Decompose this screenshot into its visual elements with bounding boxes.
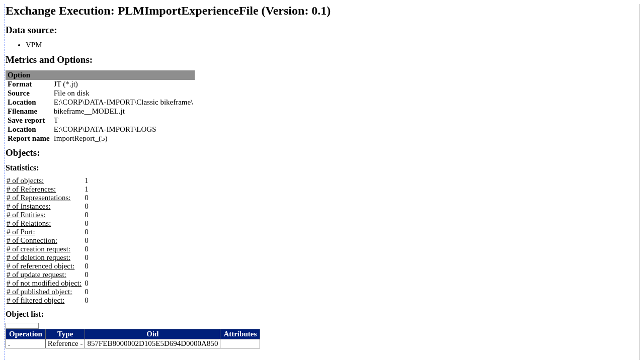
stat-value: 0 xyxy=(84,279,91,288)
options-table: Option Format JT (*.jt) Source File on d… xyxy=(6,70,195,143)
stat-row: # of Connection:0 xyxy=(6,236,91,245)
option-label: Filename xyxy=(6,107,52,116)
stat-value: 0 xyxy=(84,262,91,270)
option-label: Report name xyxy=(6,134,52,143)
objectlist-header-oid: Oid xyxy=(85,329,220,339)
stat-row: # of Relations:0 xyxy=(6,219,91,228)
stat-row: # of Representations:0 xyxy=(6,194,91,202)
stat-row: # of Entities:0 xyxy=(6,211,91,219)
options-row: Format JT (*.jt) xyxy=(6,80,195,89)
option-value: File on disk xyxy=(52,89,195,98)
stat-value: 0 xyxy=(84,228,91,236)
data-source-list: VPM xyxy=(6,41,639,49)
stat-value: 0 xyxy=(84,253,91,262)
option-value: ImportReport_(5) xyxy=(52,134,195,143)
option-label: Location xyxy=(6,125,52,134)
option-value: bikeframe__MODEL.jt xyxy=(52,107,195,116)
stat-value: 0 xyxy=(84,296,91,305)
stat-label: # of objects: xyxy=(6,176,84,185)
stat-label: # of creation request: xyxy=(6,245,84,253)
options-row: Source File on disk xyxy=(6,89,195,98)
page-title: Exchange Execution: PLMImportExperienceF… xyxy=(6,4,639,18)
stat-value: 0 xyxy=(84,270,91,279)
objectlist-cell-type: Reference - xyxy=(45,339,85,348)
objectlist-row: . Reference - 857FEB8000002D105E5D694D00… xyxy=(6,339,260,348)
option-label: Format xyxy=(6,80,52,89)
stat-row: # of References:1 xyxy=(6,185,91,194)
stat-row: # of referenced object:0 xyxy=(6,262,91,270)
objects-heading: Objects: xyxy=(6,147,639,158)
stat-label: # of References: xyxy=(6,185,84,194)
objectlist-cell-attributes xyxy=(220,339,260,348)
options-row: Save report T xyxy=(6,116,195,125)
statistics-heading: Statistics: xyxy=(6,163,639,172)
stat-row: # of update request:0 xyxy=(6,270,91,279)
stat-row: # of creation request:0 xyxy=(6,245,91,253)
stat-label: # of not modified object: xyxy=(6,279,84,288)
stat-row: # of Port:0 xyxy=(6,228,91,236)
option-value: JT (*.jt) xyxy=(52,80,195,89)
stat-row: # of not modified object:0 xyxy=(6,279,91,288)
stat-label: # of referenced object: xyxy=(6,262,84,270)
objectlist-header-type: Type xyxy=(45,329,85,339)
options-row: Location E:\CORP\DATA-IMPORT\Classic bik… xyxy=(6,98,195,107)
stat-label: # of Connection: xyxy=(6,236,84,245)
option-value: E:\CORP\DATA-IMPORT\LOGS xyxy=(52,125,195,134)
option-label: Location xyxy=(6,98,52,107)
stat-value: 0 xyxy=(84,219,91,228)
stat-value: 0 xyxy=(84,194,91,202)
option-value: T xyxy=(52,116,195,125)
stat-label: # of deletion request: xyxy=(6,253,84,262)
data-source-item: VPM xyxy=(26,41,639,49)
option-value: E:\CORP\DATA-IMPORT\Classic bikeframe\ xyxy=(52,98,195,107)
stat-label: # of Entities: xyxy=(6,211,84,219)
option-label: Source xyxy=(6,89,52,98)
stat-row: # of Instances:0 xyxy=(6,202,91,211)
stat-value: 0 xyxy=(84,236,91,245)
stat-label: # of published object: xyxy=(6,288,84,296)
stat-value: 1 xyxy=(84,176,91,185)
options-row: Filename bikeframe__MODEL.jt xyxy=(6,107,195,116)
objectlist-spacer xyxy=(6,323,39,329)
options-row: Report name ImportReport_(5) xyxy=(6,134,195,143)
stat-value: 0 xyxy=(84,202,91,211)
stat-label: # of Port: xyxy=(6,228,84,236)
stat-label: # of update request: xyxy=(6,270,84,279)
stat-value: 1 xyxy=(84,185,91,194)
objectlist-cell-oid: 857FEB8000002D105E5D694D0000A850 xyxy=(85,339,220,348)
stat-value: 0 xyxy=(84,245,91,253)
data-source-heading: Data source: xyxy=(6,25,639,36)
stat-label: # of Instances: xyxy=(6,202,84,211)
options-row: Location E:\CORP\DATA-IMPORT\LOGS xyxy=(6,125,195,134)
stat-row: # of published object:0 xyxy=(6,288,91,296)
stat-row: # of filtered object:0 xyxy=(6,296,91,305)
objectlist-cell-operation: . xyxy=(6,339,46,348)
stat-label: # of filtered object: xyxy=(6,296,84,305)
stat-label: # of Representations: xyxy=(6,194,84,202)
objectlist-heading: Object list: xyxy=(6,310,639,319)
metrics-heading: Metrics and Options: xyxy=(6,54,639,65)
objectlist-header-attributes: Attributes xyxy=(220,329,260,339)
stat-label: # of Relations: xyxy=(6,219,84,228)
objectlist-table: Operation Type Oid Attributes . Referenc… xyxy=(6,329,260,348)
stat-value: 0 xyxy=(84,211,91,219)
statistics-table: # of objects:1 # of References:1 # of Re… xyxy=(6,176,91,305)
options-header: Option xyxy=(6,70,195,80)
objectlist-header-operation: Operation xyxy=(6,329,46,339)
stat-value: 0 xyxy=(84,288,91,296)
option-label: Save report xyxy=(6,116,52,125)
stat-row: # of objects:1 xyxy=(6,176,91,185)
stat-row: # of deletion request:0 xyxy=(6,253,91,262)
